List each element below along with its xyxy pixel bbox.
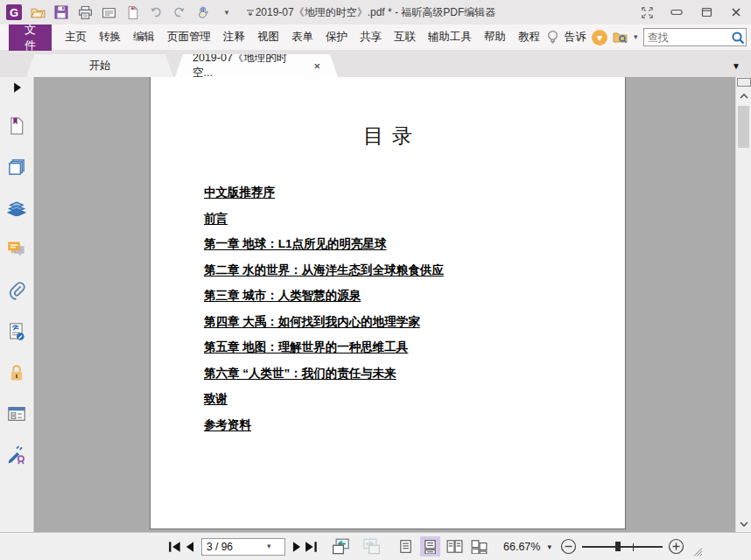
first-page-button[interactable]	[168, 541, 182, 553]
menu-item-edit[interactable]: 编辑	[127, 26, 161, 48]
create-pdf-button[interactable]: *	[124, 4, 140, 20]
menu-item-connect[interactable]: 互联	[388, 26, 422, 48]
search-folder-icon[interactable]	[613, 31, 628, 45]
scroll-down-icon[interactable]	[740, 522, 748, 527]
main-area: 目录 中文版推荐序 前言 第一章 地球：L1点所见的明亮星球 第二章 水的世界：…	[0, 77, 751, 532]
vertical-scrollbar[interactable]	[735, 77, 751, 532]
page-number-input[interactable]	[202, 541, 267, 553]
single-page-view-button[interactable]	[396, 536, 416, 556]
menu-item-page-management[interactable]: 页面管理	[161, 26, 217, 48]
tab-document-active[interactable]: 2019-07《地理的时空... ×	[175, 54, 338, 77]
tab-start[interactable]: 开始	[26, 54, 173, 77]
page-number-dropdown[interactable]: ▾	[267, 542, 271, 550]
lightbulb-icon	[546, 30, 559, 45]
minimize-button[interactable]	[662, 1, 691, 24]
status-bar: ▾ 66.67% ▾	[0, 532, 751, 560]
next-page-button[interactable]	[291, 541, 302, 553]
scroll-up-icon[interactable]	[740, 94, 748, 99]
zoom-slider-track[interactable]	[582, 541, 663, 553]
foxit-logo-icon: G	[6, 4, 22, 20]
search-icon[interactable]	[730, 30, 746, 46]
continuous-facing-icon	[471, 539, 488, 554]
paperclip-icon	[8, 281, 25, 300]
layers-icon	[7, 200, 26, 216]
toc-link[interactable]: 第四章 大禹：如何找到我内心的地理学家	[204, 314, 420, 330]
menu-item-home[interactable]: 主页	[59, 26, 93, 48]
sidebar-item-pages[interactable]	[7, 158, 26, 177]
previous-page-button[interactable]	[185, 541, 195, 553]
redo-button[interactable]	[172, 4, 187, 20]
rewards-heart-icon[interactable]: ♥	[592, 30, 607, 46]
zoom-level-display[interactable]: 66.67%	[503, 541, 540, 553]
hand-tool-button[interactable]	[195, 4, 211, 20]
hand-tool-dropdown[interactable]: ▾	[219, 4, 235, 20]
toggle-reading-mode-button[interactable]	[632, 1, 662, 24]
tab-close-icon[interactable]: ×	[313, 60, 320, 72]
document-tab-bar: 开始 2019-07《地理的时空... × ▼	[0, 51, 751, 77]
undo-button[interactable]	[148, 4, 164, 20]
find-input[interactable]	[644, 32, 730, 44]
zoom-in-button[interactable]	[668, 538, 684, 555]
last-page-button[interactable]	[305, 541, 319, 553]
print-button[interactable]	[77, 4, 93, 20]
menu-item-help[interactable]: 帮助	[478, 26, 512, 48]
sidebar-item-security[interactable]	[7, 363, 26, 382]
menu-item-protect[interactable]: 保护	[319, 26, 354, 48]
sidebar-item-layers[interactable]	[7, 199, 26, 218]
menu-item-comment[interactable]: 注释	[217, 26, 251, 48]
toc-link[interactable]: 参考资料	[204, 417, 251, 433]
open-file-button[interactable]	[30, 4, 46, 20]
tell-me-button[interactable]: 告诉	[565, 26, 586, 48]
expand-panel-icon	[13, 82, 21, 93]
menu-item-view[interactable]: 视图	[251, 26, 285, 48]
menu-item-accessibility[interactable]: 辅助工具	[422, 26, 478, 48]
toc-link[interactable]: 第一章 地球：L1点所见的明亮星球	[204, 236, 387, 252]
tab-list-dropdown[interactable]: ▼	[732, 61, 740, 71]
continuous-view-button[interactable]	[420, 536, 440, 556]
sidebar-item-digital-signatures[interactable]	[7, 322, 26, 341]
toc-link[interactable]: 第六章 “人类世”：我们的责任与未来	[204, 366, 397, 382]
toc-link[interactable]: 中文版推荐序	[204, 185, 275, 200]
toc-link[interactable]: 第五章 地图：理解世界的一种思维工具	[204, 340, 408, 355]
continuous-facing-view-button[interactable]	[469, 536, 489, 556]
email-button[interactable]	[101, 4, 116, 20]
toc-link[interactable]: 前言	[204, 211, 228, 227]
page-title: 目录	[151, 122, 625, 150]
page-layout-controls	[396, 536, 489, 556]
sidebar-item-bookmarks[interactable]	[7, 116, 26, 136]
scrollbar-thumb[interactable]	[738, 106, 749, 148]
zoom-out-button[interactable]	[560, 538, 577, 555]
search-folder-dropdown[interactable]: ▾	[634, 33, 638, 41]
sidebar-item-fields[interactable]	[7, 404, 26, 424]
facing-pages-icon	[446, 539, 463, 554]
zoom-dropdown[interactable]: ▾	[547, 542, 551, 551]
customize-toolbar-button[interactable]	[242, 4, 258, 20]
sidebar-item-attachments[interactable]	[7, 281, 26, 300]
next-view-button[interactable]	[361, 538, 382, 556]
sidebar-item-comments[interactable]	[7, 240, 26, 259]
resize-grip[interactable]	[691, 547, 705, 560]
open-folder-icon	[31, 5, 46, 20]
split-view-handle[interactable]	[737, 78, 751, 87]
toc-link[interactable]: 第二章 水的世界：从海洋生态到全球粮食供应	[204, 262, 444, 278]
hand-tool-icon	[196, 5, 210, 19]
menu-item-tutorial[interactable]: 教程	[512, 26, 546, 48]
menu-right-tools: 告诉 ♥ ▾ ▾ ◁	[546, 26, 751, 48]
panel-expand-button[interactable]	[0, 82, 33, 94]
undo-icon	[149, 5, 163, 19]
menu-item-convert[interactable]: 转换	[93, 26, 127, 48]
print-icon	[78, 5, 93, 20]
toc-link[interactable]: 致谢	[204, 391, 228, 407]
save-button[interactable]	[53, 4, 69, 20]
facing-view-button[interactable]	[445, 536, 465, 556]
maximize-button[interactable]	[691, 1, 721, 24]
menu-item-form[interactable]: 表单	[285, 26, 319, 48]
zoom-slider	[560, 538, 684, 555]
close-button[interactable]	[721, 1, 751, 24]
toc-link[interactable]: 第三章 城市：人类智慧的源泉	[204, 288, 361, 304]
sidebar-item-sign[interactable]	[7, 445, 26, 465]
menu-item-share[interactable]: 共享	[354, 26, 388, 48]
zoom-slider-thumb[interactable]	[615, 542, 621, 551]
continuous-page-icon	[424, 539, 437, 554]
previous-view-button[interactable]	[331, 538, 352, 556]
